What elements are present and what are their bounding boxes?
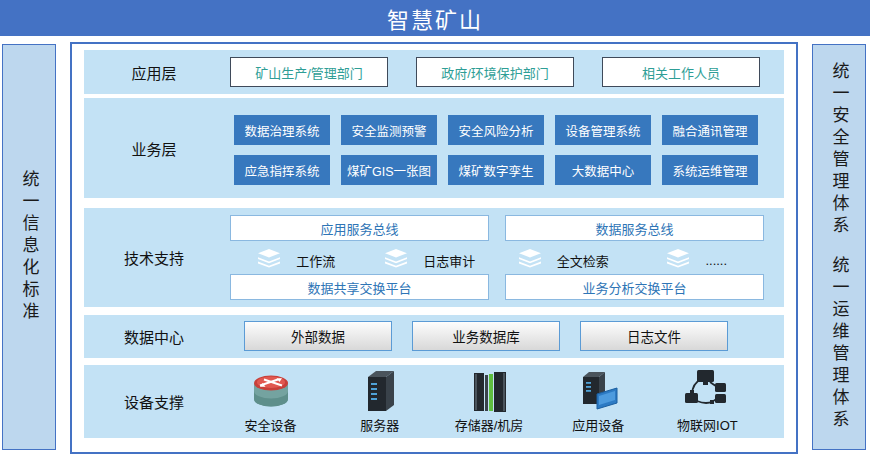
business-button: 融合通讯管理 (662, 115, 758, 145)
diagram-title: 智慧矿山 (387, 2, 483, 34)
application-box: 矿山生产/管理部门 (230, 57, 388, 87)
application-box: 政府/环境保护部门 (416, 57, 574, 87)
layer-application: 应用层 矿山生产/管理部门 政府/环境保护部门 相关工作人员 (84, 50, 784, 94)
middleware-item: 工作流 (230, 248, 364, 273)
security-device-icon (248, 367, 294, 413)
business-button: 大数据中心 (555, 155, 651, 185)
exchange-platform-row: 数据共享交换平台 业务分析交换平台 (230, 274, 764, 300)
layer-label: 业务层 (84, 98, 224, 198)
data-box: 外部数据 (244, 321, 392, 351)
service-bus-box: 应用服务总线 (230, 215, 489, 241)
layers-icon (385, 249, 407, 272)
equipment-label: 安全设备 (245, 415, 297, 434)
middleware-row: 工作流 日志审计 (230, 248, 764, 273)
equipment-label: 服务器 (360, 415, 399, 434)
layers-icon (258, 249, 280, 272)
smart-mine-architecture-diagram: 智慧矿山 统一信息化标准 统一安全管理体系 统一运维管理体系 应用层 矿山生产/… (0, 0, 870, 457)
data-box: 业务数据库 (412, 321, 560, 351)
left-pillar-unified-information-standard: 统一信息化标准 (2, 44, 56, 450)
middleware-label: 日志审计 (423, 251, 475, 270)
equipment-label: 存储器/机房 (455, 415, 524, 434)
business-row-1: 数据治理系统 安全监测预警 安全风险分析 设备管理系统 融合通讯管理 (234, 115, 758, 145)
equipment-item: 服务器 (325, 367, 434, 434)
business-button: 煤矿GIS一张图 (341, 155, 437, 185)
layer-label: 数据中心 (84, 315, 224, 358)
equipment-item: 安全设备 (216, 367, 325, 434)
middleware-item: 全文检索 (497, 248, 631, 273)
application-boxes: 矿山生产/管理部门 政府/环境保护部门 相关工作人员 (230, 57, 760, 87)
right-pillar-label-ops: 统一运维管理体系 (827, 256, 852, 432)
equipment-label: 物联网IOT (677, 415, 738, 434)
layer-label: 设备支撑 (84, 365, 224, 438)
middleware-label: ...... (705, 253, 727, 268)
middleware-label: 全文检索 (557, 251, 609, 270)
middleware-label: 工作流 (296, 251, 335, 270)
equipment-items: 安全设备 服务器 (216, 367, 762, 434)
equipment-label: 应用设备 (572, 415, 624, 434)
app-device-icon (576, 367, 620, 413)
business-button: 数据治理系统 (234, 115, 330, 145)
business-button: 系统运维管理 (662, 155, 758, 185)
data-box: 日志文件 (580, 321, 728, 351)
layer-label: 技术支持 (84, 208, 224, 307)
business-button: 设备管理系统 (555, 115, 651, 145)
layer-equipment: 设备支撑 (84, 365, 784, 438)
business-button: 应急指挥系统 (234, 155, 330, 185)
equipment-item: 存储器/机房 (434, 367, 543, 434)
layer-data-center: 数据中心 外部数据 业务数据库 日志文件 (84, 315, 784, 358)
layer-business: 业务层 数据治理系统 安全监测预警 安全风险分析 设备管理系统 融合通讯管理 应… (84, 98, 784, 198)
title-banner: 智慧矿山 (0, 0, 870, 36)
layer-tech-support: 技术支持 应用服务总线 数据服务总线 工作流 (84, 208, 784, 307)
server-icon (361, 367, 399, 413)
middleware-item: ...... (631, 248, 765, 273)
application-box: 相关工作人员 (602, 57, 760, 87)
business-button: 安全风险分析 (448, 115, 544, 145)
middleware-item: 日志审计 (364, 248, 498, 273)
iot-network-icon (684, 367, 730, 413)
platform-box: 数据共享交换平台 (230, 274, 489, 300)
service-bus-box: 数据服务总线 (505, 215, 764, 241)
platform-box: 业务分析交换平台 (505, 274, 764, 300)
data-center-boxes: 外部数据 业务数据库 日志文件 (244, 321, 728, 351)
left-pillar-label: 统一信息化标准 (17, 170, 42, 324)
equipment-item: 物联网IOT (653, 367, 762, 434)
business-button: 安全监测预警 (341, 115, 437, 145)
service-bus-row: 应用服务总线 数据服务总线 (230, 215, 764, 241)
storage-rack-icon (469, 367, 509, 413)
business-button: 煤矿数字孪生 (448, 155, 544, 185)
architecture-panel: 应用层 矿山生产/管理部门 政府/环境保护部门 相关工作人员 业务层 数据治理系… (70, 42, 798, 454)
layers-icon (519, 249, 541, 272)
layer-label: 应用层 (84, 50, 224, 94)
business-row-2: 应急指挥系统 煤矿GIS一张图 煤矿数字孪生 大数据中心 系统运维管理 (234, 155, 758, 185)
equipment-item: 应用设备 (544, 367, 653, 434)
right-pillar-label-security: 统一安全管理体系 (827, 62, 852, 238)
layers-icon (667, 249, 689, 272)
right-pillar-management-systems: 统一安全管理体系 统一运维管理体系 (812, 44, 866, 450)
